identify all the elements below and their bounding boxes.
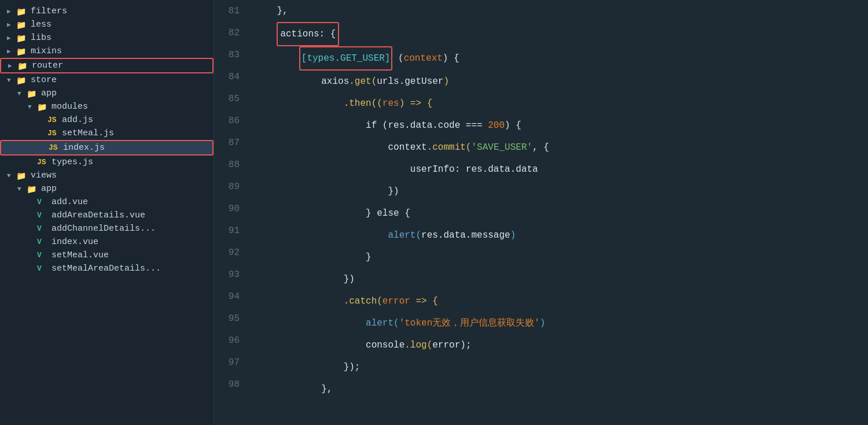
code-token: if (res.data.code ===	[255, 114, 488, 136]
folder-green-icon: 📁	[27, 184, 38, 194]
line-num-88: 88	[214, 154, 240, 176]
js-icon: JS	[37, 158, 49, 167]
sidebar-item-views[interactable]: 📁 views	[0, 169, 214, 182]
line-num-85: 85	[214, 88, 240, 110]
line-num-82: 82	[214, 22, 240, 44]
code-token: res.data.message	[421, 224, 510, 246]
code-line-82: actions: {	[249, 22, 868, 46]
sidebar-item-store[interactable]: 📁 store	[0, 73, 214, 87]
code-token: error	[382, 290, 410, 312]
code-token: .catch(	[255, 290, 382, 312]
code-token: context	[255, 136, 427, 158]
code-token: 'token无效，用户信息获取失败'	[399, 312, 540, 334]
code-token: => {	[410, 290, 438, 312]
vue-icon: V	[37, 264, 49, 274]
sidebar-item-label: add.js	[62, 115, 93, 125]
code-token: console	[255, 334, 404, 356]
js-icon: JS	[47, 129, 59, 138]
vue-icon: V	[37, 198, 49, 207]
code-line-88: userInfo: res.data.data	[249, 158, 868, 180]
line-num-90: 90	[214, 198, 240, 220]
code-token: ) => {	[399, 93, 433, 114]
code-token: ) {	[505, 114, 521, 136]
line-num-91: 91	[214, 220, 240, 242]
code-token: 200	[488, 114, 505, 136]
code-line-93: })	[249, 268, 868, 290]
code-token: alert(	[255, 312, 399, 334]
code-token: .get(	[349, 71, 377, 93]
folder-icon: 📁	[16, 34, 28, 43]
chevron-icon	[7, 172, 15, 179]
chevron-icon	[7, 21, 15, 28]
sidebar-item-add-vue[interactable]: V add.vue	[0, 195, 214, 209]
sidebar-item-types-js[interactable]: JS types.js	[0, 156, 214, 169]
chevron-icon	[28, 104, 36, 110]
sidebar-item-setmealareadetails-vue[interactable]: V setMealAreaDetails...	[0, 262, 214, 275]
code-line-92: }	[249, 246, 868, 268]
file-tree: 📁 filters 📁 less 📁 libs 📁 mixins 📁 route…	[0, 0, 214, 425]
sidebar-item-label: setMealAreaDetails...	[52, 264, 161, 274]
folder-icon: 📁	[37, 102, 49, 112]
chevron-icon	[7, 8, 15, 15]
code-token: .commit(	[427, 136, 472, 158]
vue-icon: V	[37, 211, 49, 220]
code-line-97: });	[249, 356, 868, 378]
sidebar-item-setmeal-js[interactable]: JS setMeal.js	[0, 127, 214, 140]
sidebar-item-app[interactable]: 📁 app	[0, 87, 214, 100]
sidebar-item-addareadetails-vue[interactable]: V addAreaDetails.vue	[0, 209, 214, 222]
code-token: })	[255, 268, 355, 290]
code-token: (	[392, 47, 403, 69]
line-numbers: 81 82 83 84 85 86 87 88 89 90 91 92 93 9…	[214, 0, 249, 425]
code-token: })	[255, 180, 399, 202]
sidebar-item-index-vue[interactable]: V index.vue	[0, 235, 214, 249]
sidebar-item-index-js[interactable]: JS index.js	[0, 140, 214, 156]
sidebar-item-app2[interactable]: 📁 app	[0, 182, 214, 195]
sidebar-item-label: mixins	[31, 46, 62, 56]
sidebar-item-label: less	[31, 20, 52, 29]
line-num-86: 86	[214, 110, 240, 132]
sidebar-item-router[interactable]: 📁 router	[0, 58, 214, 73]
sidebar-item-setmeal-vue[interactable]: V setMeal.vue	[0, 249, 214, 262]
code-boxed-actions: actions: {	[277, 22, 339, 46]
line-num-96: 96	[214, 330, 240, 352]
code-token	[255, 23, 277, 45]
vue-icon: V	[37, 224, 49, 234]
code-token: )	[510, 224, 516, 246]
sidebar-item-label: modules	[52, 102, 88, 112]
code-token: );	[460, 334, 471, 356]
sidebar-item-add-js[interactable]: JS add.js	[0, 113, 214, 127]
line-num-95: 95	[214, 308, 240, 330]
sidebar-item-label: addChannelDetails...	[52, 224, 156, 234]
sidebar-item-label: libs	[31, 33, 52, 43]
code-token: urls.getUser	[377, 71, 443, 93]
line-num-83: 83	[214, 44, 240, 66]
sidebar-item-label: index.js	[63, 143, 105, 153]
sidebar-item-label: views	[31, 171, 57, 180]
code-token: .then((	[255, 93, 382, 114]
folder-icon: 📁	[16, 7, 28, 16]
code-token: },	[255, 0, 288, 22]
chevron-icon	[7, 77, 15, 84]
sidebar-item-modules[interactable]: 📁 modules	[0, 100, 214, 113]
code-line-81: },	[249, 0, 868, 22]
code-token: )	[540, 312, 546, 334]
sidebar-item-filters[interactable]: 📁 filters	[0, 5, 214, 18]
code-boxed-types: [types.GET_USER]	[299, 46, 393, 71]
sidebar-item-mixins[interactable]: 📁 mixins	[0, 45, 214, 58]
sidebar-item-libs[interactable]: 📁 libs	[0, 31, 214, 45]
sidebar-item-label: store	[31, 75, 57, 85]
folder-icon: 📁	[16, 171, 28, 180]
sidebar-item-label: app	[41, 88, 57, 98]
chevron-icon	[17, 186, 25, 193]
code-line-91: alert(res.data.message)	[249, 224, 868, 246]
line-num-93: 93	[214, 264, 240, 286]
sidebar-item-less[interactable]: 📁 less	[0, 18, 214, 31]
line-num-94: 94	[214, 286, 240, 308]
line-num-97: 97	[214, 352, 240, 374]
line-num-92: 92	[214, 242, 240, 264]
vue-icon: V	[37, 251, 49, 260]
code-token: },	[255, 378, 332, 400]
sidebar-item-addchanneldetails-vue[interactable]: V addChannelDetails...	[0, 222, 214, 235]
vue-icon: V	[37, 238, 49, 247]
code-lines: }, actions: { [types.GET_USER] (context)…	[249, 0, 868, 425]
